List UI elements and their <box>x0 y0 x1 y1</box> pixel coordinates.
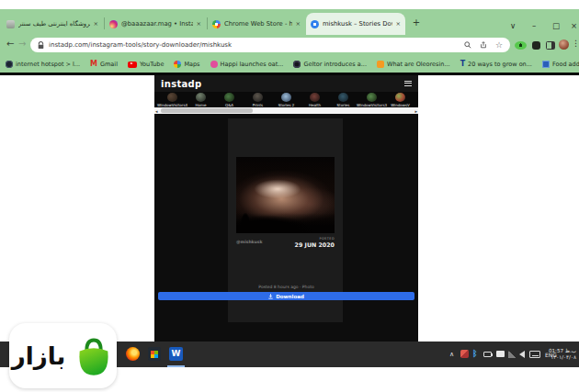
geltor-icon <box>293 61 301 68</box>
new-tab-button[interactable]: + <box>410 17 423 29</box>
tray-app-icon[interactable] <box>460 350 469 358</box>
tab-close-icon[interactable]: × <box>197 20 201 28</box>
highlight-item[interactable]: Home <box>187 93 215 107</box>
bluetooth-icon[interactable]: ᛒ <box>472 349 477 359</box>
window-close-button[interactable]: × <box>571 21 577 30</box>
highlight-thumb <box>310 93 320 102</box>
youtube-icon <box>128 62 137 68</box>
tab-tayf-center[interactable]: فروشگاه اینترنتی طیف سنتر × <box>2 13 103 35</box>
photo-tree-silhouette <box>241 213 250 230</box>
scroll-right-arrow-icon[interactable]: ▸ <box>414 108 417 114</box>
adblock-eye-extension-icon[interactable] <box>515 41 527 50</box>
site-header: instadp <box>154 75 418 92</box>
tab-close-icon[interactable]: × <box>94 20 98 28</box>
story-username: @mishkusk <box>236 240 262 244</box>
bookmark-happi[interactable]: Happi launches oat... <box>210 61 284 68</box>
globe-icon <box>6 61 13 68</box>
sidebar-toggle-icon[interactable] <box>546 41 555 50</box>
bookmark-20-ways[interactable]: T20 ways to grow on... <box>460 61 532 68</box>
highlight-item[interactable]: Q&A <box>215 93 244 107</box>
highlight-item[interactable]: WindowVisitors4 <box>158 93 187 107</box>
scroll-left-arrow-icon[interactable]: ◂ <box>155 108 158 114</box>
clock-date: ۱۴۰۱/۰۴/۰۸ <box>551 354 576 361</box>
bookmark-maps[interactable]: Maps <box>174 61 199 68</box>
hamburger-menu-icon[interactable] <box>404 81 412 86</box>
tray-folder-icon[interactable] <box>496 351 505 357</box>
download-label: Download <box>276 294 304 299</box>
back-button[interactable]: ← <box>6 39 14 49</box>
t-letter-icon: T <box>460 61 465 68</box>
bookmark-geltor[interactable]: Geltor introduces a... <box>293 61 367 68</box>
bazaar-bag-icon <box>74 335 114 377</box>
scrollbar-thumb[interactable] <box>161 108 253 113</box>
tray-show-hidden-icons[interactable]: ∧ <box>449 342 454 367</box>
highlight-thumb <box>281 93 291 102</box>
bookmark-star-icon[interactable]: ☆ <box>495 40 503 50</box>
tab-close-icon[interactable]: × <box>396 20 401 28</box>
bookmark-food-additive[interactable]: Food additive - Swe... <box>542 61 579 68</box>
tab-strip: فروشگاه اینترنتی طیف سنتر × @baaazaar.ma… <box>0 9 579 35</box>
touch-keyboard-icon[interactable] <box>529 351 540 358</box>
instadp-logo[interactable]: instadp <box>161 79 201 89</box>
lock-icon <box>38 41 44 50</box>
highlight-item[interactable]: WindowsV <box>386 93 414 107</box>
maps-icon <box>174 61 181 68</box>
highlight-thumb <box>338 93 348 102</box>
taskbar-clock[interactable]: 01:57 ب.ظ ۱۴۰۱/۰۴/۰۸ <box>549 342 576 367</box>
microsoft-logo-icon <box>151 351 158 358</box>
highlight-thumb <box>224 93 234 102</box>
photo-silhouette <box>236 213 335 233</box>
firefox-taskbar-icon[interactable] <box>126 347 140 361</box>
volume-icon[interactable] <box>519 351 525 358</box>
story-meta-text: Posted 8 hours ago · Photo <box>154 285 418 289</box>
highlight-thumb <box>395 93 405 102</box>
tab-label: @baaazaar.mag • Instagram ph <box>121 20 193 28</box>
bookmarks-bar: internet hotspot > l... MGmail YouTube M… <box>0 56 579 73</box>
tab-instagram[interactable]: @baaazaar.mag • Instagram ph × <box>105 13 206 35</box>
address-bar[interactable]: instadp.com/instagram-tools/story-downlo… <box>30 38 510 52</box>
network-signal-icon[interactable] <box>508 351 517 358</box>
tab-close-icon[interactable]: × <box>296 20 301 28</box>
bookmark-oleoresin[interactable]: What are Oleoresin... <box>377 61 450 68</box>
profile-avatar[interactable] <box>559 39 569 50</box>
extensions-icon[interactable] <box>532 41 540 50</box>
story-photo[interactable] <box>236 157 335 233</box>
clock-time: 01:57 ب.ظ <box>549 348 576 354</box>
bookmark-youtube[interactable]: YouTube <box>128 61 164 68</box>
tab-label: Chrome Web Store - hiddengra <box>224 20 292 28</box>
browser-menu-icon[interactable]: ⋮ <box>572 39 579 48</box>
word-taskbar-icon[interactable]: W <box>169 347 183 361</box>
microsoft-store-taskbar-icon[interactable] <box>148 347 161 361</box>
highlight-thumb <box>167 93 177 102</box>
zoom-page-icon[interactable] <box>464 41 471 49</box>
highlight-item[interactable]: WindowVisitors3 <box>358 93 386 107</box>
tab-label: mishkusk – Stories Downloader <box>323 20 392 28</box>
food-additive-icon <box>542 61 550 68</box>
posted-date: 29 JUN 2020 <box>295 241 335 248</box>
story-highlights-row: WindowVisitors4 Home Q&A Prints Stories … <box>154 92 418 107</box>
tab-webstore[interactable]: Chrome Web Store - hiddengra × <box>208 13 305 35</box>
happi-icon <box>210 61 218 68</box>
bazaar-logo-badge: بازار <box>9 323 117 388</box>
gmail-icon: M <box>90 61 97 68</box>
highlight-item[interactable]: Stories 2 <box>272 93 301 107</box>
window-maximize-button[interactable]: □ <box>552 21 560 30</box>
horizontal-scrollbar[interactable]: ◂ ▸ <box>154 107 418 114</box>
window-minimize-button[interactable]: – <box>532 21 536 30</box>
download-button[interactable]: Download <box>158 292 414 300</box>
tab-label: فروشگاه اینترنتی طیف سنتر <box>18 20 90 28</box>
forward-button[interactable]: → <box>18 39 26 49</box>
bookmark-gmail[interactable]: MGmail <box>90 61 118 68</box>
battery-icon[interactable] <box>483 352 492 357</box>
highlight-item[interactable]: Health <box>301 93 329 107</box>
highlight-item[interactable]: Stories <box>329 93 358 107</box>
oleoresin-icon <box>377 61 384 68</box>
highlight-item[interactable]: Prints <box>244 93 272 107</box>
webstore-favicon-icon <box>212 20 221 28</box>
tab-mishkusk-active[interactable]: mishkusk – Stories Downloader × <box>306 13 405 35</box>
window-profile-chevron-icon[interactable]: ∨ <box>510 21 516 30</box>
bazaar-wordmark: بازار <box>12 342 65 370</box>
download-icon <box>268 294 273 299</box>
share-icon[interactable] <box>480 41 487 49</box>
bookmark-internet-hotspot[interactable]: internet hotspot > l... <box>6 61 80 68</box>
